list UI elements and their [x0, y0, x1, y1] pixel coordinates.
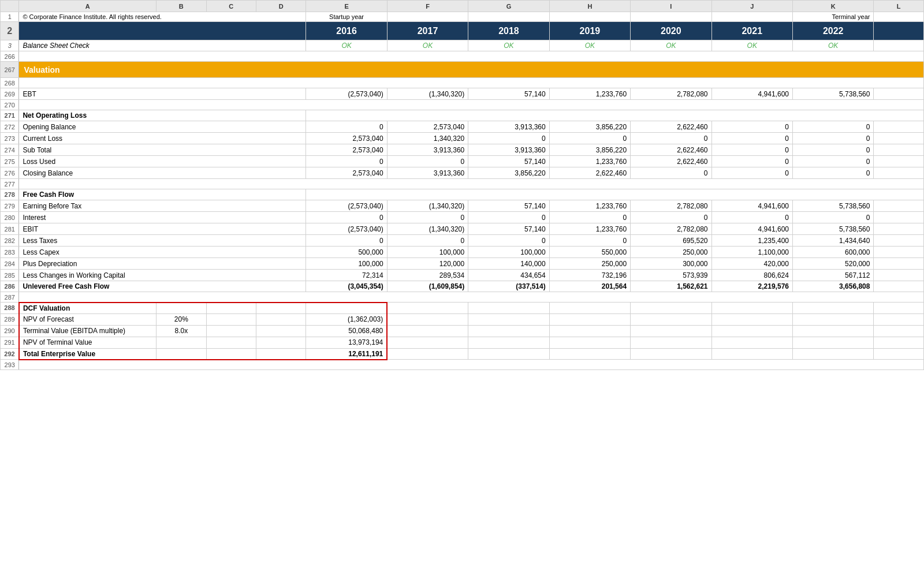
fcf-label: Free Cash Flow [19, 189, 306, 200]
r1-l [874, 12, 924, 22]
r3-l [874, 40, 924, 51]
lu-2016: 0 [306, 156, 387, 167]
ok-2020: OK [631, 40, 711, 51]
year-2018: 2018 [468, 22, 549, 40]
r288-c [206, 303, 256, 314]
lt-2020: 695,520 [631, 235, 711, 247]
r289-g [468, 313, 549, 325]
int-2017: 0 [387, 212, 468, 223]
cb-2017: 3,913,360 [387, 167, 468, 179]
row-1: 1 © Corporate Finance Institute. All rig… [1, 12, 924, 22]
row-276: 276 Closing Balance 2,573,040 3,913,360 … [1, 167, 924, 179]
r279-l [874, 200, 924, 212]
r270-empty [19, 100, 924, 110]
r290-d [256, 325, 305, 337]
cb-2016: 2,573,040 [306, 167, 387, 179]
ufcf-2019: 201,564 [549, 281, 630, 292]
r273-l [874, 133, 924, 144]
col-k-header: K [792, 1, 873, 12]
r291-l [874, 337, 924, 348]
cl-2020: 0 [631, 133, 711, 144]
r292-c [206, 348, 256, 360]
r283-l [874, 247, 924, 258]
ebit-2021: 4,941,600 [711, 223, 792, 235]
row-284: 284 Plus Depreciation 100,000 120,000 14… [1, 258, 924, 270]
row-num-275: 275 [1, 156, 19, 167]
ufcf-2020: 1,562,621 [631, 281, 711, 292]
r288-l [874, 303, 924, 314]
r271-rest [306, 110, 924, 121]
ebt2-2022: 5,738,560 [792, 200, 873, 212]
r1-h [549, 12, 630, 22]
lc-2018: 100,000 [468, 247, 549, 258]
int-2022: 0 [792, 212, 873, 223]
st-2020: 2,622,460 [631, 144, 711, 156]
wc-2019: 732,196 [549, 270, 630, 281]
int-2016: 0 [306, 212, 387, 223]
col-d-header: D [256, 1, 305, 12]
tv-multiple: 8.0x [157, 325, 206, 337]
year-2016: 2016 [306, 22, 387, 40]
ebit-label: EBIT [19, 223, 306, 235]
year-2017: 2017 [387, 22, 468, 40]
r272-l [874, 121, 924, 133]
r274-l [874, 144, 924, 156]
r286-l [874, 281, 924, 292]
lt-2017: 0 [387, 235, 468, 247]
r277-empty [19, 179, 924, 189]
row-num-268: 268 [1, 78, 19, 88]
ebit-2018: 57,140 [468, 223, 549, 235]
row-num-284: 284 [1, 258, 19, 270]
st-2019: 3,856,220 [549, 144, 630, 156]
r288-k [792, 303, 873, 314]
ok-2018: OK [468, 40, 549, 51]
ebt2-label: Earning Before Tax [19, 200, 306, 212]
row-290: 290 Terminal Value (EBITDA multiple) 8.0… [1, 325, 924, 337]
cl-2016: 2,573,040 [306, 133, 387, 144]
row-num-280: 280 [1, 212, 19, 223]
terminal-year-label: Terminal year [792, 12, 873, 22]
lc-2021: 1,100,000 [711, 247, 792, 258]
r291-g [468, 337, 549, 348]
col-g-header: G [468, 1, 549, 12]
npv-forecast-value: (1,362,003) [306, 313, 387, 325]
r292-j [711, 348, 792, 360]
st-2018: 3,913,360 [468, 144, 549, 156]
lu-2022: 0 [792, 156, 873, 167]
lu-2019: 1,233,760 [549, 156, 630, 167]
r288-h [549, 303, 630, 314]
r292-g [468, 348, 549, 360]
row-279: 279 Earning Before Tax (2,573,040) (1,34… [1, 200, 924, 212]
row-273: 273 Current Loss 2,573,040 1,340,320 0 0… [1, 133, 924, 144]
st-2021: 0 [711, 144, 792, 156]
lc-2019: 550,000 [549, 247, 630, 258]
valuation-header: Valuation [19, 62, 924, 78]
row-num-269: 269 [1, 88, 19, 100]
col-a-header: A [19, 1, 157, 12]
r287-empty [19, 292, 924, 303]
r291-h [549, 337, 630, 348]
year-2019: 2019 [549, 22, 630, 40]
ebit-2022: 5,738,560 [792, 223, 873, 235]
r275-l [874, 156, 924, 167]
lt-2016: 0 [306, 235, 387, 247]
row-num-271: 271 [1, 110, 19, 121]
row-num-1: 1 [1, 12, 19, 22]
col-f-header: F [387, 1, 468, 12]
corner-cell [1, 1, 19, 12]
r289-d [256, 313, 305, 325]
r292-f [387, 348, 468, 360]
npv-forecast-rate: 20% [157, 313, 206, 325]
r291-b [157, 337, 206, 348]
r293-empty [19, 360, 924, 370]
lc-2022: 600,000 [792, 247, 873, 258]
lt-2019: 0 [549, 235, 630, 247]
row-num-272: 272 [1, 121, 19, 133]
row-269: 269 EBT (2,573,040) (1,340,320) 57,140 1… [1, 88, 924, 100]
tv-label: Terminal Value (EBITDA multiple) [19, 325, 157, 337]
row-num-2: 2 [1, 22, 19, 40]
r1-j [711, 12, 792, 22]
row-270: 270 [1, 100, 924, 110]
int-2020: 0 [631, 212, 711, 223]
lu-2018: 57,140 [468, 156, 549, 167]
